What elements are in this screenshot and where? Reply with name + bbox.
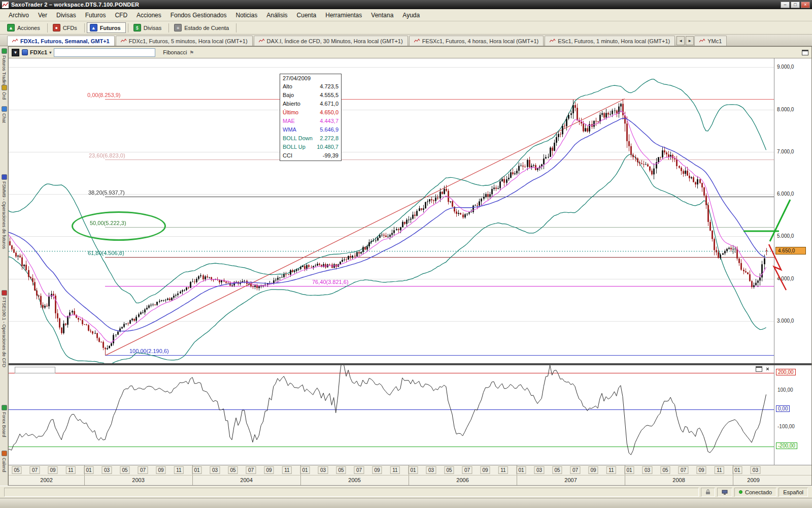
menu-item-futuros[interactable]: Futuros	[81, 10, 111, 20]
time-axis-years: 20022003200420052006200720082009	[9, 475, 811, 485]
cfds-icon: ●	[53, 24, 60, 31]
month-label: 07	[679, 466, 688, 474]
maximize-button[interactable]: □	[791, 2, 800, 8]
tooltip-row: Bajo4.555,5	[280, 91, 341, 100]
chart-tab[interactable]: FDXc1, Futuros, 5 minutos, Hora local (G…	[116, 36, 253, 46]
month-label: 01	[408, 466, 418, 474]
toolbar-acciones-button[interactable]: ▲Acciones	[4, 22, 45, 33]
docked-panels-sidebar: Futuros TradingÓrdChatFSMM9 - Operacione…	[0, 46, 8, 486]
time-axis-months: 0507091101030507091101030507091101030507…	[9, 465, 811, 475]
toolbar-divisas-button[interactable]: $Divisas	[130, 22, 166, 33]
month-label: 11	[282, 466, 291, 474]
menu-item-noticias[interactable]: Noticias	[231, 10, 262, 20]
tooltip-value: 5.646,9	[320, 126, 339, 134]
month-label: 05	[120, 466, 129, 474]
toolbar-futuros-button[interactable]: ▲Futuros	[87, 22, 126, 33]
chart-tab[interactable]: FESXc1, Futuros, 4 horas, Hora local (GM…	[409, 36, 544, 46]
fib-level-label[interactable]: 0,00(8.253,9)	[87, 92, 120, 98]
toolbar-estado-de-cuenta-button[interactable]: ≡Estado de Cuenta	[171, 22, 234, 33]
month-label: 03	[426, 466, 436, 474]
symbol-search-input[interactable]	[54, 48, 155, 57]
cci-axis-label: 0,00	[776, 405, 790, 412]
mini-chart-icon	[699, 38, 705, 44]
menu-item-cfd[interactable]: CFD	[110, 10, 132, 20]
toolbar-cfds-button[interactable]: ●CFDs	[50, 22, 82, 33]
menu-item-ventana[interactable]: Ventana	[366, 10, 398, 20]
year-tick	[192, 465, 193, 475]
month-label: 05	[552, 466, 562, 474]
tooltip-value: 4.555,5	[320, 92, 339, 100]
sidebar-item-label: Calend	[2, 458, 7, 472]
window-controls: –□×	[781, 2, 810, 8]
sidebar-item-calend[interactable]: Calend	[1, 451, 8, 472]
sidebar-item-ftse100-1-operaciones-de-cfd[interactable]: FTSE100.1 - Operaciones de CFD	[1, 290, 8, 367]
menu-item-acciones[interactable]: Acciones	[132, 10, 166, 20]
trend-annotation-arrows[interactable]	[741, 195, 796, 292]
fib-level-label[interactable]: 38,20(5.937,7)	[88, 189, 125, 196]
cci-chart-canvas[interactable]	[9, 365, 774, 465]
month-label: 11	[606, 466, 616, 474]
sidebar-item-forex-board[interactable]: Forex Board	[1, 405, 8, 437]
cci-indicator-panel: 200,00100,000,00-100,00-200,00 ×	[9, 365, 811, 465]
cci-maximize-button[interactable]	[756, 366, 762, 372]
menu-item-ver[interactable]: Ver	[33, 10, 52, 20]
sidebar-item-chat[interactable]: Chat	[1, 106, 8, 123]
tooltip-value: 4.443,7	[320, 118, 339, 125]
menu-item-divisas[interactable]: Divisas	[52, 10, 81, 20]
app-icon	[2, 2, 9, 8]
menu-item-fondos-gestionados[interactable]: Fondos Gestionados	[166, 10, 231, 20]
chart-menu-button[interactable]: ▼	[12, 49, 19, 56]
chart-tab[interactable]: DAX.I, Índice de CFD, 30 Minutos, Hora l…	[254, 36, 408, 46]
tab-scroll-left-button[interactable]: ◄	[676, 36, 685, 45]
minimize-button[interactable]: –	[781, 2, 790, 8]
fib-level-label[interactable]: 76,40(3.821,6)	[312, 279, 349, 285]
tab-scroll-right-button[interactable]: ►	[686, 36, 694, 45]
month-label: 05	[228, 466, 238, 474]
sidebar-item-futuros-trading[interactable]: Futuros Trading	[1, 48, 8, 87]
month-label: 11	[498, 466, 507, 474]
fib-level-label[interactable]: 23,60(6.823,0)	[89, 152, 125, 158]
sidebar-item-ord[interactable]: Órd	[1, 85, 8, 100]
month-label: 05	[12, 466, 21, 474]
month-label: 05	[444, 466, 454, 474]
chart-tab[interactable]: FDXc1, Futuros, Semanal, GMT+1	[7, 36, 115, 46]
tooltip-value: 4.650,0	[320, 109, 339, 117]
month-label: 09	[480, 466, 490, 474]
chart-tab[interactable]: YMc1	[694, 36, 727, 46]
toolbar-button-label: Futuros	[100, 25, 121, 31]
forex-board-icon	[2, 405, 7, 410]
tooltip-label: BOLL Up	[283, 144, 306, 151]
menu-item-cuenta[interactable]: Cuenta	[292, 10, 321, 20]
cci-legend-box[interactable]	[15, 367, 55, 373]
tooltip-row: Alto4.723,5	[280, 83, 341, 91]
menu-item-ayuda[interactable]: Ayuda	[398, 10, 424, 20]
title-bar: SaxoTrader 2 – workspace.DTS.7.100.PONDE…	[0, 0, 812, 9]
drawing-tool-label[interactable]: Fibonacci	[163, 49, 187, 55]
tooltip-label: Bajo	[283, 92, 294, 100]
calend-icon	[2, 451, 7, 456]
futuros-icon: ▲	[90, 24, 97, 31]
cci-axis-label: -100,00	[777, 424, 795, 429]
sidebar-item-fsmm9-operaciones-de-futuros[interactable]: FSMM9 - Operaciones de futuros	[1, 174, 8, 249]
fib-level-label[interactable]: 61,80(4.506,8)	[88, 250, 124, 256]
acciones-icon: ▲	[7, 24, 15, 31]
year-label: 2004	[240, 477, 252, 483]
cci-close-button[interactable]: ×	[764, 366, 771, 372]
fib-level-label[interactable]: 100,00(2.190,6)	[129, 348, 169, 354]
month-label: 07	[462, 466, 472, 474]
year-tick	[625, 475, 625, 485]
chart-tab[interactable]: ESc1, Futuros, 1 minuto, Hora local (GMT…	[545, 36, 675, 46]
ellipse-annotation[interactable]	[72, 211, 166, 241]
menu-item-analisis[interactable]: Análisis	[262, 10, 292, 20]
month-label: 07	[30, 466, 40, 474]
menu-item-archivo[interactable]: Archivo	[4, 10, 33, 20]
menu-item-herramientas[interactable]: Herramientas	[321, 10, 366, 20]
chart-maximize-button[interactable]	[802, 50, 808, 55]
candlestick-chart-canvas[interactable]	[9, 58, 774, 363]
cci-panel-buttons: ×	[756, 366, 771, 372]
symbol-selector[interactable]: FDXc1 ▾	[22, 49, 51, 55]
divisas-icon: $	[133, 24, 141, 31]
pin-icon[interactable]: ⚑	[189, 50, 194, 55]
close-button[interactable]: ×	[801, 2, 810, 8]
chart-tab-label: FDXc1, Futuros, Semanal, GMT+1	[20, 38, 110, 44]
